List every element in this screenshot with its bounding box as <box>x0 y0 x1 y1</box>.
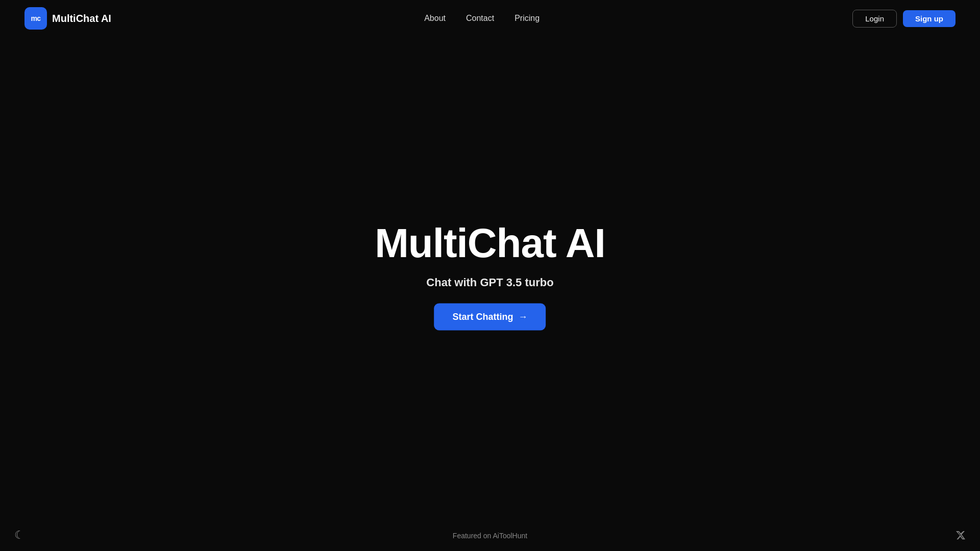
footer-right <box>955 530 966 543</box>
dark-mode-icon[interactable]: ☾ <box>14 529 24 541</box>
login-button[interactable]: Login <box>852 10 897 28</box>
hero-subtitle: Chat with GPT 3.5 turbo <box>426 276 553 289</box>
hero-title: MultiChat AI <box>375 221 605 266</box>
footer-left: ☾ <box>14 529 24 542</box>
nav-links: About Contact Pricing <box>424 14 540 23</box>
hero-section: MultiChat AI Chat with GPT 3.5 turbo Sta… <box>375 221 605 331</box>
start-chatting-button[interactable]: Start Chatting → <box>434 304 546 331</box>
nav-about[interactable]: About <box>424 14 446 23</box>
signup-button[interactable]: Sign up <box>903 10 955 27</box>
featured-text: Featured on AiToolHunt <box>453 532 527 540</box>
nav-contact[interactable]: Contact <box>466 14 494 23</box>
nav-buttons: Login Sign up <box>852 10 955 28</box>
logo[interactable]: mc MultiChat AI <box>24 7 111 30</box>
logo-icon: mc <box>24 7 47 30</box>
nav-pricing[interactable]: Pricing <box>514 14 540 23</box>
brand-name: MultiChat AI <box>52 13 111 24</box>
navbar: mc MultiChat AI About Contact Pricing Lo… <box>0 0 980 37</box>
arrow-icon: → <box>518 312 527 322</box>
cta-label: Start Chatting <box>452 312 513 322</box>
footer: ☾ Featured on AiToolHunt <box>0 520 980 551</box>
x-social-icon[interactable] <box>955 531 966 542</box>
